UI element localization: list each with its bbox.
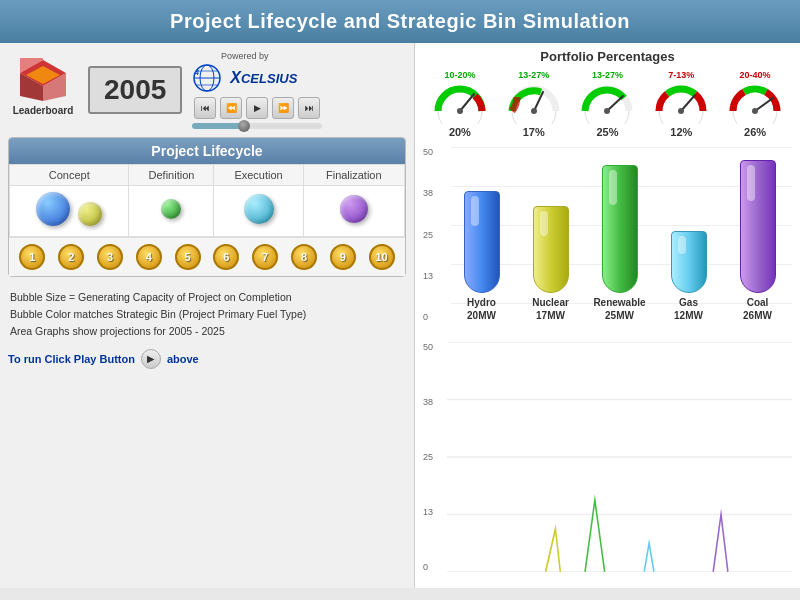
year-display: 2005 <box>88 66 182 114</box>
bar-nuclear-shine <box>540 211 548 236</box>
bar-coal: Coal 26MW <box>732 160 784 322</box>
step-3[interactable]: 3 <box>97 244 123 270</box>
area-y-13: 13 <box>423 507 447 517</box>
bar-renewable-mw: 25MW <box>593 309 645 322</box>
bar-coal-shine <box>747 165 755 201</box>
step-6[interactable]: 6 <box>213 244 239 270</box>
bar-nuclear-mw: 17MW <box>532 309 569 322</box>
phase-finalization: Finalization <box>303 165 404 186</box>
play-instruction-button[interactable]: ▶ <box>141 349 161 369</box>
gauge-renewable: 13-27% 25% <box>573 70 641 138</box>
play-instruction: To run Click Play Button ▶ above <box>8 349 406 369</box>
step-8[interactable]: 8 <box>291 244 317 270</box>
xcelsius-icon: 4 <box>192 63 222 93</box>
rewind-button[interactable]: ⏪ <box>220 97 242 119</box>
area-y-25: 25 <box>423 452 447 462</box>
area-y-38: 38 <box>423 397 447 407</box>
definition-bubbles-cell <box>129 186 214 237</box>
step-4[interactable]: 4 <box>136 244 162 270</box>
bar-gas: Gas 12MW <box>663 231 715 322</box>
page-header: Project Lifecycle and Strategic Bin Simu… <box>0 0 800 43</box>
gauges-row: 10-20% 20% 13-27% <box>423 70 792 138</box>
controls-row: Leaderboard 2005 Powered by <box>8 51 406 129</box>
slider-thumb[interactable] <box>238 120 250 132</box>
above-label: above <box>167 353 199 365</box>
gauge-coal-pct: 26% <box>744 126 766 138</box>
step-2[interactable]: 2 <box>58 244 84 270</box>
bar-gas-name: Gas <box>674 296 703 309</box>
svg-point-13 <box>457 108 463 114</box>
gauge-gas-range: 7-13% <box>668 70 694 80</box>
lifecycle-header: Project Lifecycle <box>9 138 405 164</box>
svg-point-19 <box>604 108 610 114</box>
bar-coal-tube <box>740 160 776 293</box>
bar-chart-y-labels: 50 38 25 13 0 <box>423 147 447 322</box>
steps-row: 1 2 3 4 5 6 7 8 9 10 <box>9 237 405 276</box>
legend-text: Bubble Size = Generating Capacity of Pro… <box>8 285 406 343</box>
legend-line-2: Bubble Color matches Strategic Bin (Proj… <box>10 306 404 323</box>
xcelsius-brand: XCELSIUS <box>230 69 297 87</box>
bar-renewable: Renewable 25MW <box>594 165 646 322</box>
bar-hydro-shine <box>471 196 479 226</box>
y-label-13: 13 <box>423 271 447 281</box>
skip-back-button[interactable]: ⏮ <box>194 97 216 119</box>
step-1[interactable]: 1 <box>19 244 45 270</box>
legend-line-1: Bubble Size = Generating Capacity of Pro… <box>10 289 404 306</box>
bar-nuclear: Nuclear 17MW <box>525 206 577 322</box>
area-chart-svg <box>447 342 792 572</box>
bar-hydro-tube <box>464 191 500 293</box>
bars-area: Hydro 20MW Nuclear 17MW <box>447 147 792 322</box>
powered-by-label: Powered by <box>221 51 269 61</box>
gauge-coal-svg <box>726 82 784 124</box>
page-title: Project Lifecycle and Strategic Bin Simu… <box>170 10 630 32</box>
step-7[interactable]: 7 <box>252 244 278 270</box>
gauge-hydro: 10-20% 20% <box>426 70 494 138</box>
play-button[interactable]: ▶ <box>246 97 268 119</box>
svg-text:4: 4 <box>194 69 199 76</box>
bubble-green <box>161 199 181 219</box>
execution-bubbles-cell <box>214 186 303 237</box>
bar-gas-label: Gas 12MW <box>674 296 703 322</box>
portfolio-title: Portfolio Percentages <box>423 49 792 64</box>
media-controls: ⏮ ⏪ ▶ ⏩ ⏭ <box>192 97 322 129</box>
bar-hydro-mw: 20MW <box>467 309 496 322</box>
gauge-hydro-svg <box>431 82 489 124</box>
area-y-0: 0 <box>423 562 447 572</box>
bar-nuclear-name: Nuclear <box>532 296 569 309</box>
phase-execution: Execution <box>214 165 303 186</box>
step-5[interactable]: 5 <box>175 244 201 270</box>
finalization-bubbles-cell <box>303 186 404 237</box>
bar-hydro: Hydro 20MW <box>456 191 508 322</box>
step-10[interactable]: 10 <box>369 244 395 270</box>
left-panel: Leaderboard 2005 Powered by <box>0 43 415 588</box>
legend-line-3: Area Graphs show projections for 2005 - … <box>10 323 404 340</box>
bar-coal-label: Coal 26MW <box>743 296 772 322</box>
svg-point-25 <box>752 108 758 114</box>
bubble-yellow <box>78 202 102 226</box>
gauge-hydro-pct: 20% <box>449 126 471 138</box>
xcelsius-logo-container: Powered by 4 XCELSIUS <box>192 51 297 93</box>
lifecycle-section: Project Lifecycle Concept Definition Exe… <box>8 137 406 277</box>
play-instruction-text: To run Click Play Button <box>8 353 135 365</box>
gauge-hydro-range: 10-20% <box>444 70 475 80</box>
phase-concept: Concept <box>10 165 129 186</box>
bar-gas-mw: 12MW <box>674 309 703 322</box>
bubble-cyan <box>244 194 274 224</box>
gauge-coal: 20-40% 26% <box>721 70 789 138</box>
gauge-nuclear-pct: 17% <box>523 126 545 138</box>
y-label-0: 0 <box>423 312 447 322</box>
area-y-labels: 50 38 25 13 0 <box>423 342 447 572</box>
svg-point-22 <box>678 108 684 114</box>
fast-forward-button[interactable]: ⏩ <box>272 97 294 119</box>
leaderboard-logo-icon <box>16 58 71 103</box>
step-9[interactable]: 9 <box>330 244 356 270</box>
bar-hydro-name: Hydro <box>467 296 496 309</box>
bar-coal-mw: 26MW <box>743 309 772 322</box>
timeline-slider[interactable] <box>192 123 322 129</box>
logo-container: Leaderboard <box>8 58 78 123</box>
area-chart-container: 50 38 25 13 0 <box>423 342 792 582</box>
gauge-renewable-range: 13-27% <box>592 70 623 80</box>
bubbles-row <box>10 186 405 237</box>
media-buttons-row: ⏮ ⏪ ▶ ⏩ ⏭ <box>194 97 320 119</box>
skip-forward-button[interactable]: ⏭ <box>298 97 320 119</box>
